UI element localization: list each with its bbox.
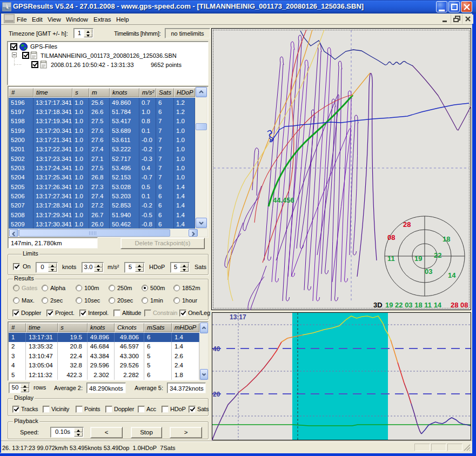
- svg-text:11: 11: [387, 254, 395, 263]
- svg-text:08: 08: [387, 233, 395, 242]
- svg-text:3D: 3D: [373, 301, 383, 309]
- svg-text:13:17: 13:17: [230, 313, 246, 321]
- svg-text:40: 40: [213, 345, 220, 353]
- svg-text:44.456: 44.456: [273, 196, 294, 204]
- svg-text:19: 19: [414, 254, 422, 263]
- svg-text:19 22 03 18 11 14: 19 22 03 18 11 14: [385, 301, 442, 309]
- svg-text:14: 14: [448, 271, 456, 279]
- svg-text:22: 22: [434, 251, 441, 259]
- svg-text:28: 28: [403, 220, 411, 229]
- svg-text:20: 20: [213, 391, 220, 398]
- svg-text:18: 18: [443, 235, 450, 243]
- svg-text:03: 03: [425, 267, 432, 276]
- svg-text:28 08: 28 08: [451, 301, 468, 309]
